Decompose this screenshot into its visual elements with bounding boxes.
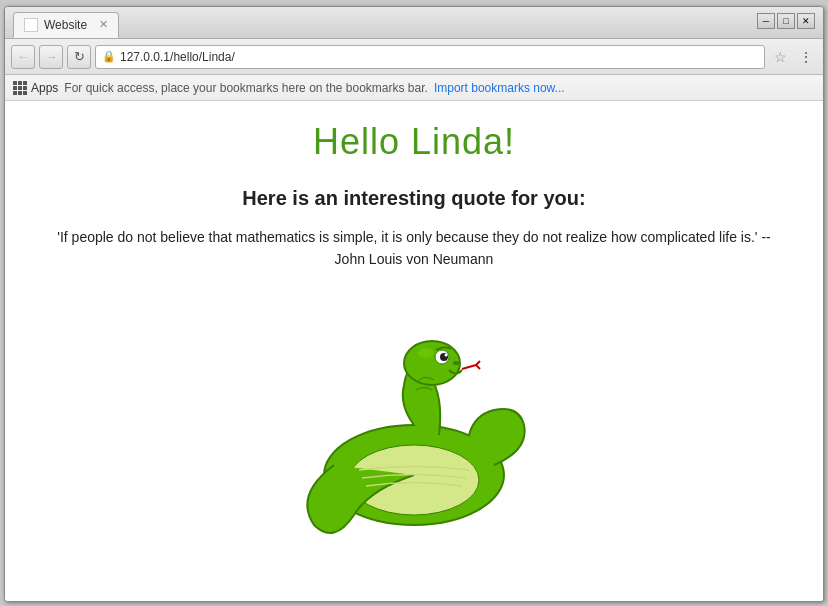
maximize-button[interactable]: □ — [777, 13, 795, 29]
minimize-button[interactable]: ─ — [757, 13, 775, 29]
bookmark-star-button[interactable]: ☆ — [769, 46, 791, 68]
forward-button[interactable]: → — [39, 45, 63, 69]
menu-button[interactable]: ⋮ — [795, 46, 817, 68]
address-bar[interactable]: 🔒 127.0.0.1/hello/Linda/ — [95, 45, 765, 69]
back-button[interactable]: ← — [11, 45, 35, 69]
window-controls: ─ □ ✕ — [757, 13, 815, 29]
svg-point-6 — [453, 361, 459, 365]
navigation-bar: ← → ↻ 🔒 127.0.0.1/hello/Linda/ ☆ ⋮ — [5, 39, 823, 75]
bookmarks-placeholder-text: For quick access, place your bookmarks h… — [64, 81, 428, 95]
quote-heading: Here is an interesting quote for you: — [242, 187, 585, 210]
svg-point-5 — [445, 353, 448, 356]
close-button[interactable]: ✕ — [797, 13, 815, 29]
security-icon: 🔒 — [102, 50, 116, 63]
svg-point-7 — [418, 348, 434, 358]
reload-button[interactable]: ↻ — [67, 45, 91, 69]
page-content: Hello Linda! Here is an interesting quot… — [5, 101, 823, 601]
browser-window: Website ✕ ─ □ ✕ ← → ↻ 🔒 127.0.0.1/hello/… — [4, 6, 824, 602]
apps-button[interactable]: Apps — [13, 81, 58, 95]
apps-label: Apps — [31, 81, 58, 95]
browser-tab[interactable]: Website ✕ — [13, 12, 119, 38]
snake-illustration — [284, 295, 544, 535]
import-bookmarks-link[interactable]: Import bookmarks now... — [434, 81, 565, 95]
tab-favicon — [24, 18, 38, 32]
tab-label: Website — [44, 18, 87, 32]
url-text: 127.0.0.1/hello/Linda/ — [120, 50, 235, 64]
title-bar: Website ✕ ─ □ ✕ — [5, 7, 823, 39]
page-title: Hello Linda! — [313, 121, 515, 163]
quote-text: 'If people do not believe that mathemati… — [45, 226, 783, 271]
bookmarks-bar: Apps For quick access, place your bookma… — [5, 75, 823, 101]
apps-grid-icon — [13, 81, 27, 95]
tab-close-button[interactable]: ✕ — [99, 18, 108, 31]
